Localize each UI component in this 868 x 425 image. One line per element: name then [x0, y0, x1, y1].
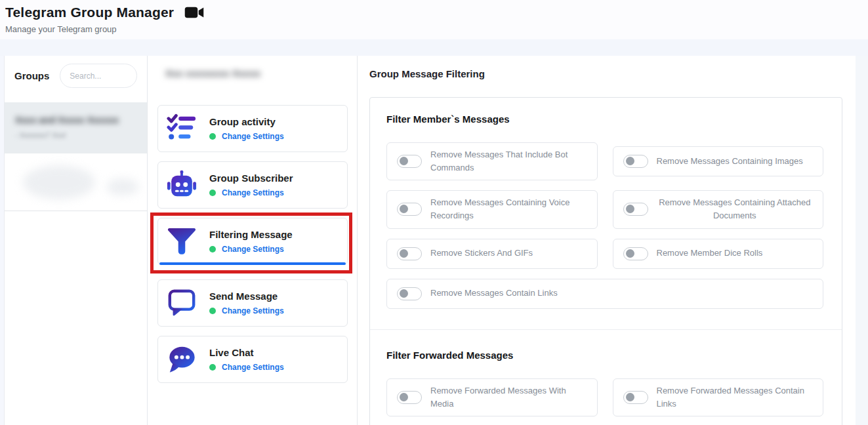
groups-title: Groups	[14, 70, 49, 81]
toggle-box-dice-rolls: Remove Member Dice Rolls	[613, 239, 824, 269]
blurred-image	[23, 165, 95, 199]
group-media-preview	[5, 153, 147, 211]
filtering-card: Filter Member`s Messages Remove Messages…	[369, 97, 842, 425]
toggle-box-contain-links: Remove Messages Contain Links	[386, 279, 823, 309]
page-subtitle: Manage your Telegram group	[5, 24, 868, 34]
toggle-knob	[400, 249, 408, 258]
module-card-group-subscriber[interactable]: Group Subscriber Change Settings	[157, 161, 348, 209]
toggle-switch[interactable]	[397, 287, 422, 300]
video-camera-icon	[184, 5, 204, 20]
group-name-blurred: Xxxx and Xxxxx Xxxxxx	[15, 115, 136, 125]
change-settings-link[interactable]: Change Settings	[222, 245, 284, 254]
module-title: Live Chat	[209, 347, 284, 358]
toggle-label: Remove Forwarded Messages With Media	[430, 384, 587, 411]
toggle-switch[interactable]	[397, 391, 422, 404]
section-divider	[370, 329, 842, 330]
module-card-group-activity[interactable]: Group activity Change Settings	[157, 105, 348, 152]
toggle-switch[interactable]	[623, 391, 648, 404]
module-card-send-message[interactable]: Send Message Change Settings	[157, 279, 348, 327]
change-settings-link[interactable]: Change Settings	[222, 132, 284, 141]
page-title: Telegram Group Manager	[5, 5, 174, 20]
section-heading-forwarded: Filter Forwarded Messages	[386, 350, 823, 361]
module-card-filtering-message[interactable]: Filtering Message Change Settings	[157, 218, 348, 265]
toggle-knob	[626, 249, 634, 258]
toggle-knob	[400, 157, 408, 165]
robot-icon	[167, 170, 197, 200]
app-header: Telegram Group Manager Manage your Teleg…	[0, 0, 868, 39]
toggle-label: Remove Stickers And GIFs	[430, 247, 533, 260]
modules-column: Xxx xxxxxxxx Xxxxx Group activity Change…	[148, 56, 358, 425]
checklist-icon	[167, 113, 197, 144]
groups-sidebar: Groups Xxxx and Xxxxx Xxxxxx - Xxxxxxx7 …	[5, 56, 148, 425]
toggle-switch[interactable]	[623, 247, 648, 260]
toggle-knob	[626, 205, 634, 213]
toggle-box-containing-images: Remove Messages Containing Images	[613, 146, 824, 176]
active-tab-underline	[159, 262, 346, 265]
toggle-knob	[400, 289, 408, 298]
toggle-knob	[400, 393, 408, 401]
toggle-switch[interactable]	[397, 155, 422, 168]
funnel-icon	[167, 226, 197, 256]
change-settings-link[interactable]: Change Settings	[222, 306, 284, 315]
status-dot-green	[209, 246, 216, 253]
status-dot-green	[209, 308, 216, 314]
scrollbar[interactable]	[856, 56, 868, 425]
section-heading-members: Filter Member`s Messages	[386, 113, 823, 125]
toggle-label: Remove Messages Contain Links	[430, 287, 558, 300]
toggle-label: Remove Messages That Include Bot Command…	[430, 148, 587, 174]
toggle-label: Remove Messages Containing Attached Docu…	[657, 196, 814, 222]
blurred-image	[106, 178, 139, 195]
toggle-label: Remove Forwarded Messages Contain Links	[657, 384, 814, 411]
toggle-box-stickers-gifs: Remove Stickers And GIFs	[386, 239, 598, 269]
toggle-switch[interactable]	[623, 203, 648, 216]
group-list-item-selected[interactable]: Xxxx and Xxxxx Xxxxxx - Xxxxxxx7 Xxxl	[5, 102, 147, 153]
change-settings-link[interactable]: Change Settings	[222, 363, 284, 372]
search-input[interactable]	[60, 64, 137, 88]
speech-bubble-icon	[167, 288, 197, 318]
module-card-live-chat[interactable]: Live Chat Change Settings	[157, 336, 348, 383]
module-title: Group activity	[209, 116, 284, 127]
module-title: Filtering Message	[209, 229, 293, 240]
module-title: Group Subscriber	[209, 172, 293, 184]
status-dot-green	[209, 364, 216, 371]
toggle-box-attached-documents: Remove Messages Containing Attached Docu…	[613, 190, 824, 228]
settings-panel: Group Message Filtering Filter Member`s …	[358, 56, 868, 425]
toggle-knob	[626, 157, 634, 165]
selected-group-title-blurred: Xxx xxxxxxxx Xxxxx	[165, 68, 344, 79]
toggle-label: Remove Member Dice Rolls	[657, 247, 763, 260]
toggle-box-forwarded-links: Remove Forwarded Messages Contain Links	[613, 378, 824, 416]
group-subtitle-blurred: - Xxxxxxx7 Xxxl	[15, 131, 136, 139]
header-divider-band	[0, 39, 868, 56]
status-dot-green	[209, 133, 216, 140]
toggle-box-bot-commands: Remove Messages That Include Bot Command…	[386, 142, 598, 180]
toggle-label: Remove Messages Containing Voice Recordi…	[430, 196, 587, 222]
module-title: Send Message	[209, 291, 284, 302]
toggle-knob	[400, 205, 408, 213]
panel-title: Group Message Filtering	[369, 68, 868, 79]
toggle-box-voice-recordings: Remove Messages Containing Voice Recordi…	[386, 190, 598, 228]
toggle-switch[interactable]	[623, 155, 648, 168]
toggle-switch[interactable]	[397, 247, 422, 260]
toggle-box-forwarded-media: Remove Forwarded Messages With Media	[386, 378, 598, 416]
change-settings-link[interactable]: Change Settings	[222, 188, 284, 197]
status-dot-green	[209, 190, 216, 196]
left-gutter	[0, 56, 5, 425]
chat-dots-icon	[167, 344, 197, 374]
toggle-switch[interactable]	[397, 203, 422, 216]
toggle-knob	[626, 393, 634, 401]
toggle-label: Remove Messages Containing Images	[657, 155, 803, 168]
